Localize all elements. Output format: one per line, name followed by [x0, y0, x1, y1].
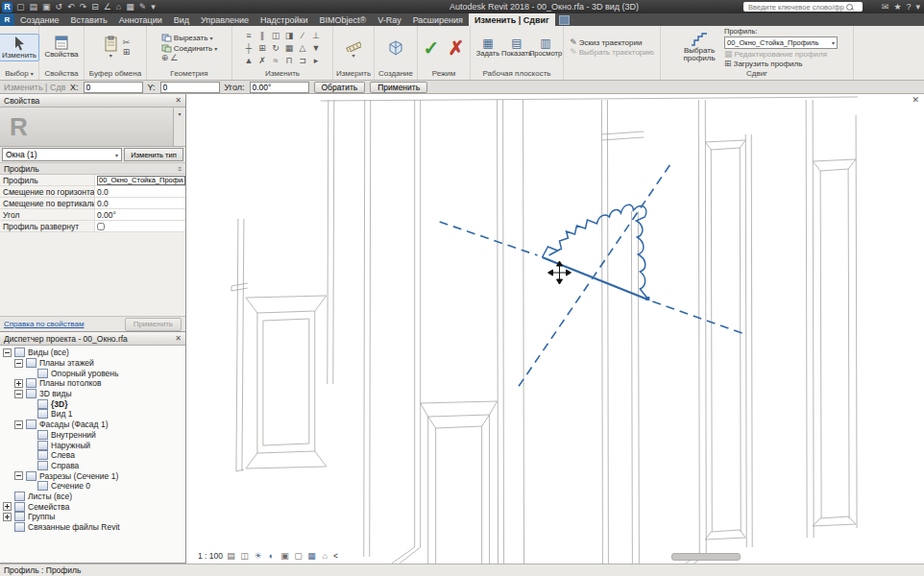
property-group-header[interactable]: Профиль ≡ [0, 163, 185, 175]
horizontal-scrollbar-thumb[interactable] [671, 553, 741, 561]
tree-item-reference-level[interactable]: Опорный уровень [0, 368, 185, 378]
pin-icon[interactable]: ▼ [309, 41, 323, 54]
cope-icon[interactable]: ⊓ [282, 54, 296, 66]
load-profile-button[interactable]: ⊞ Загрузить профиль [724, 60, 802, 68]
viewbar-collapse-icon[interactable]: < [333, 551, 338, 561]
trim-icon[interactable]: ⊥ [309, 29, 323, 41]
property-value[interactable]: 0.0 [95, 198, 185, 208]
sketch-path-button[interactable]: ✎ Эскиз траектории [570, 38, 642, 47]
path-dashed-left[interactable] [440, 222, 538, 255]
paste-button[interactable]: ▾ [101, 34, 121, 60]
type-selector[interactable]: Окна (1) ▾ [2, 148, 122, 161]
expand-icon[interactable] [14, 379, 23, 388]
tree-item-interior[interactable]: Внутренний [0, 430, 185, 441]
thin-lines-icon[interactable]: ✎ [139, 0, 147, 13]
rotate-icon[interactable]: ↻ [269, 41, 282, 54]
collapse-icon[interactable] [14, 390, 23, 398]
tree-item-sheets[interactable]: Листы (все) [0, 492, 185, 502]
set-workplane-button[interactable]: ▦ Задать [474, 37, 501, 58]
more-tools-icon[interactable]: ▸ [309, 54, 323, 66]
show-crop-icon[interactable]: ▢ [293, 550, 304, 561]
qat-customize-caret-icon[interactable]: ▾ [151, 0, 156, 13]
type-preview[interactable]: R ▾ [0, 108, 185, 147]
drawing-area[interactable]: ✕ 1 : 100 ▤ ◫ ☀ ◐ ▣ ▢ ▦ ⌂ < [185, 94, 924, 564]
save-icon[interactable]: ▣ [42, 0, 51, 13]
tree-item-right[interactable]: Справа [0, 461, 185, 471]
cancel-mode-button[interactable]: ✗ [445, 33, 468, 63]
split-icon[interactable]: ∕ [296, 29, 309, 41]
cut-profile-icon[interactable]: ⊐ [296, 54, 309, 66]
cut-icon[interactable]: ✂ [123, 38, 131, 47]
expand-icon[interactable] [3, 502, 12, 511]
undo-icon[interactable]: ↶ [67, 0, 75, 13]
sun-path-icon[interactable]: ☀ [253, 550, 263, 561]
demolish-icon[interactable]: ∠ [170, 54, 178, 62]
detail-level-icon[interactable]: ▤ [226, 550, 236, 561]
delete-icon[interactable]: ✗ [255, 54, 269, 66]
tab-insert[interactable]: Вставить [65, 13, 113, 26]
search-input[interactable] [746, 2, 846, 12]
crop-view-icon[interactable]: ▣ [280, 550, 290, 561]
create-button[interactable] [385, 38, 406, 58]
communication-center-icon[interactable]: ✉ [882, 0, 889, 13]
tab-modify-sweep[interactable]: Изменить | Сдвиг [469, 13, 555, 26]
new-icon[interactable]: ▢ [16, 0, 25, 13]
tree-item-revit-links[interactable]: Связанные файлы Revit [0, 522, 185, 533]
search-icon[interactable] [846, 4, 853, 11]
move-icon[interactable]: ┼ [242, 41, 255, 54]
collapse-icon[interactable] [14, 471, 23, 480]
shadows-icon[interactable]: ◐ [266, 550, 277, 561]
help-icon[interactable]: ? [906, 0, 911, 13]
tree-item-section0[interactable]: Сечение 0 [0, 481, 185, 492]
tree-item-ceilingplans[interactable]: Планы потолков [0, 378, 185, 389]
section-icon[interactable]: ▦ [126, 0, 134, 13]
mirror-pick-icon[interactable]: ◨ [282, 29, 296, 41]
offset-icon[interactable]: ∥ [255, 29, 269, 41]
edit-type-button[interactable]: Изменить тип [124, 148, 183, 161]
property-value[interactable]: 0.00° [95, 209, 185, 220]
properties-header[interactable]: Свойства ✕ [0, 94, 185, 108]
join-geometry-button[interactable]: Соединить▾ [161, 43, 217, 53]
tab-bimobject[interactable]: BIMObject® [313, 13, 372, 26]
collapse-icon[interactable] [14, 420, 23, 429]
reveal-hidden-icon[interactable]: ⌂ [320, 550, 330, 561]
expand-icon[interactable] [3, 513, 12, 521]
edit-profile-button[interactable]: ▦ Редактирование профиля [724, 50, 827, 59]
copy-icon[interactable]: ⊞ [123, 48, 131, 57]
tree-item-view1[interactable]: Вид 1 [0, 409, 185, 420]
measure-qat-icon[interactable]: ∠ [104, 0, 111, 13]
select-profile-button[interactable]: Выбрать профиль [676, 31, 722, 65]
cut-geometry-button[interactable]: Вырезать▾ [161, 33, 213, 42]
sync-icon[interactable]: ↺ [56, 0, 63, 13]
apply-options-button[interactable]: Применить [370, 82, 427, 93]
file-tab[interactable]: R [0, 13, 14, 26]
tab-manage[interactable]: Управление [195, 13, 255, 26]
open-icon[interactable]: ▤ [30, 0, 38, 13]
array-icon[interactable]: ▦ [282, 41, 296, 54]
redo-icon[interactable]: ↷ [80, 0, 87, 13]
selection-dropdown[interactable]: ▾ [555, 13, 578, 26]
tree-item-views[interactable]: Виды (все) [0, 348, 185, 358]
close-icon[interactable]: ✕ [175, 334, 182, 343]
tab-extensions[interactable]: Расширения [407, 13, 469, 26]
tab-addins[interactable]: Надстройки [255, 13, 313, 26]
profile-name-input[interactable] [97, 176, 185, 185]
tab-vray[interactable]: V-Ray [372, 13, 407, 26]
preview-dropdown-icon[interactable]: ▾ [173, 108, 185, 146]
workplane-viewer-button[interactable]: ▥ Просмотр [532, 37, 559, 58]
tree-item-3d[interactable]: {3D} [0, 398, 185, 409]
visual-style-icon[interactable]: ◫ [239, 550, 250, 561]
flip-button[interactable]: Обратить [314, 82, 366, 93]
close-icon[interactable]: ✕ [175, 96, 182, 105]
properties-button[interactable]: Свойства [41, 34, 81, 60]
paint-icon[interactable]: ⊕ [161, 54, 169, 62]
tree-item-left[interactable]: Слева [0, 450, 185, 461]
tree-item-exterior[interactable]: Наружный [0, 440, 185, 450]
mirror-axis-icon[interactable]: ◫ [269, 29, 282, 41]
print-icon[interactable]: ⊟ [91, 0, 99, 13]
drawing-canvas[interactable] [186, 94, 924, 564]
measure-button[interactable]: ▾ [343, 35, 364, 60]
collapse-icon[interactable] [3, 348, 12, 357]
profile-combobox[interactable]: 00_Окно_Стойка_Профиль ▾ [724, 36, 838, 49]
finish-mode-button[interactable]: ✓ [420, 33, 443, 63]
